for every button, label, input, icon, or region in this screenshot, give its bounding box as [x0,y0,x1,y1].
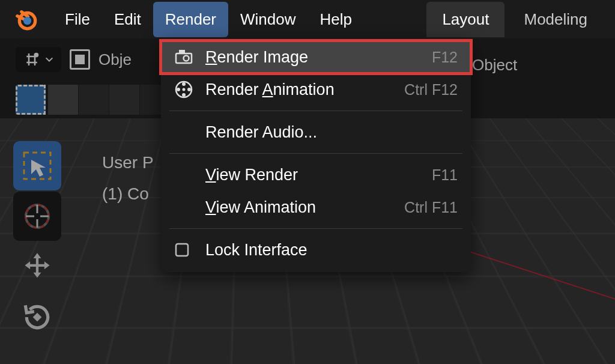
svg-rect-8 [179,50,185,53]
object-mode-icon [70,49,90,70]
menu-label: Lock Interface [205,241,458,259]
box-select-icon [22,150,53,181]
svg-point-13 [182,93,186,97]
menu-render[interactable]: Render [153,2,228,37]
menu-item-render-animation[interactable]: Render Animation Ctrl F12 [161,73,471,106]
select-mode-2[interactable] [48,85,78,115]
svg-point-2 [34,53,39,58]
blender-logo-icon [12,6,38,32]
menu-window[interactable]: Window [228,2,308,37]
viewport-info-line2: (1) Co [102,178,154,210]
svg-point-15 [183,88,186,91]
shortcut-label: F11 [432,166,458,184]
select-mode-box[interactable] [16,85,46,115]
menu-item-render-image[interactable]: Render Image F12 [161,41,471,73]
editor-type-button[interactable] [16,47,61,72]
shortcut-label: Ctrl F11 [404,199,458,216]
checkbox-empty-icon [174,242,205,258]
workspace-tab-modeling[interactable]: Modeling [508,2,603,37]
menu-separator [169,111,462,111]
render-menu-dropdown: Render Image F12 Render Animation Ctrl F… [161,38,471,272]
render-image-icon [174,47,205,67]
workspace-tabs: Layout Modeling [426,2,603,37]
menu-label: Render Image [205,48,432,67]
select-mode-3[interactable] [79,85,109,115]
tool-select-box[interactable] [13,141,61,190]
shortcut-label: F12 [432,49,458,66]
svg-point-9 [184,56,189,61]
menu-label: View Animation [205,198,404,217]
select-mode-4[interactable] [109,85,139,115]
svg-rect-6 [33,313,42,322]
menu-label: Render Audio... [205,123,458,142]
menu-edit[interactable]: Edit [102,2,153,37]
svg-point-12 [187,88,191,91]
chevron-down-icon [44,55,54,64]
grid-hash-icon [23,50,41,68]
menu-item-view-render[interactable]: View Render F11 [161,159,471,191]
shortcut-label: Ctrl F12 [404,81,458,99]
main-menu-bar: File Edit Render Window Help Layout Mode… [0,0,615,38]
svg-rect-16 [176,244,188,256]
tool-cursor[interactable] [13,192,61,241]
svg-point-14 [177,88,180,91]
tool-rotate[interactable] [13,293,61,342]
menu-item-render-audio[interactable]: Render Audio... [161,116,471,148]
menu-help[interactable]: Help [308,2,363,37]
viewport-info-line1: User P [102,147,154,178]
svg-point-11 [182,82,186,86]
workspace-tab-layout[interactable]: Layout [426,2,504,37]
tool-move[interactable] [13,242,61,291]
toolbar [13,141,61,343]
menu-label: View Render [205,166,432,184]
menu-separator [169,228,462,229]
menu-item-view-animation[interactable]: View Animation Ctrl F11 [161,191,471,223]
menu-file[interactable]: File [53,2,102,37]
menu-item-lock-interface[interactable]: Lock Interface [161,234,471,266]
menu-label: Render Animation [205,80,404,99]
menu-separator [169,153,462,154]
rotate-icon [22,302,53,333]
film-reel-icon [174,80,205,99]
menu-label-object[interactable]: Object [472,56,517,74]
move-icon [21,250,53,283]
3d-cursor-icon [22,201,52,231]
mode-label[interactable]: Obje [98,50,132,69]
viewport-info-overlay: User P (1) Co [102,147,154,210]
svg-point-1 [23,17,31,25]
